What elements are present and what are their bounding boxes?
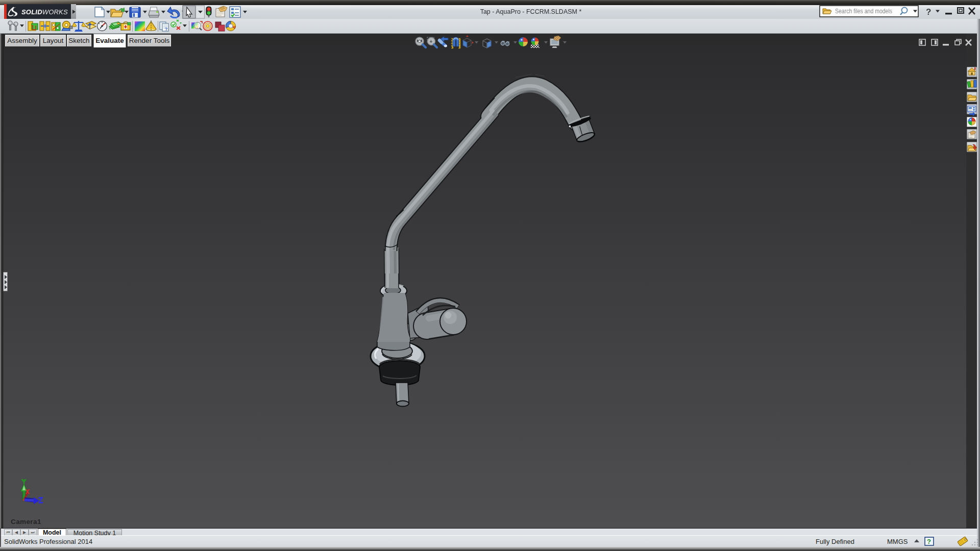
svg-text:?: ? <box>926 7 931 17</box>
svg-text:Search files and models: Search files and models <box>835 7 892 15</box>
svg-text:?: ? <box>165 27 168 32</box>
svg-text:+: + <box>430 39 433 44</box>
svg-text:?: ? <box>927 538 931 545</box>
